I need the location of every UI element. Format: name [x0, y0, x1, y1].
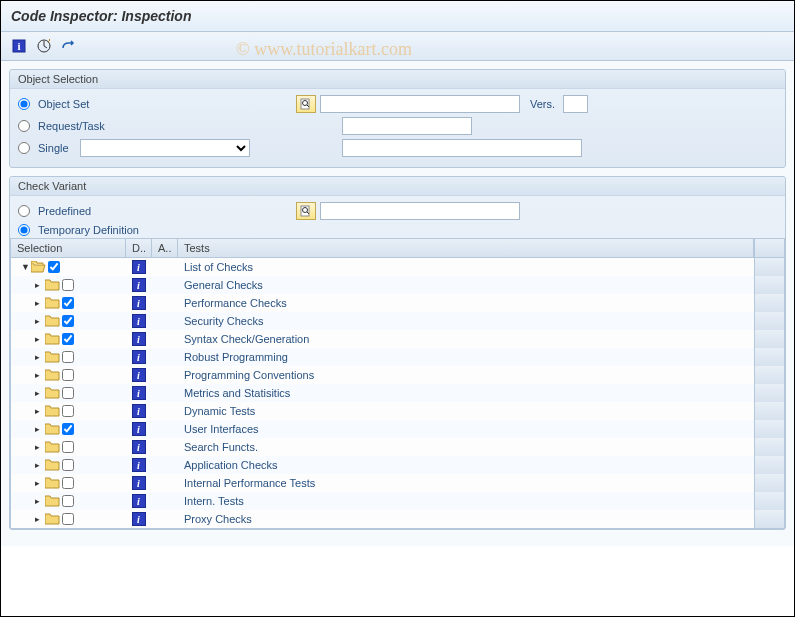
tree-row-selection: ▸: [15, 297, 126, 309]
tree-row[interactable]: ▸iUser Interfaces: [11, 420, 784, 438]
info-icon[interactable]: i: [132, 404, 146, 418]
row-checkbox[interactable]: [62, 333, 74, 345]
info-icon[interactable]: i: [132, 332, 146, 346]
row-checkbox[interactable]: [62, 495, 74, 507]
expand-arrow-icon[interactable]: ▼: [21, 262, 29, 272]
row-end-cell: [754, 420, 784, 438]
tree-row[interactable]: ▸iProxy Checks: [11, 510, 784, 528]
row-info-cell: i: [126, 404, 152, 418]
row-label: Search Functs.: [178, 441, 754, 453]
row-info-cell: i: [126, 476, 152, 490]
info-icon[interactable]: i: [132, 368, 146, 382]
folder-icon: [45, 369, 60, 381]
tree-row[interactable]: ▸iIntern. Tests: [11, 492, 784, 510]
info-icon[interactable]: i: [132, 296, 146, 310]
expand-arrow-icon[interactable]: ▸: [35, 406, 43, 416]
predefined-radio[interactable]: [18, 205, 30, 217]
object-set-input[interactable]: [320, 95, 520, 113]
expand-arrow-icon[interactable]: ▸: [35, 280, 43, 290]
folder-icon: [45, 405, 60, 417]
single-type-combo[interactable]: [80, 139, 250, 157]
temporary-label: Temporary Definition: [38, 224, 139, 236]
tree-row[interactable]: ▸iPerformance Checks: [11, 294, 784, 312]
temporary-radio[interactable]: [18, 224, 30, 236]
single-input[interactable]: [342, 139, 582, 157]
single-radio[interactable]: [18, 142, 30, 154]
expand-arrow-icon[interactable]: ▸: [35, 352, 43, 362]
row-checkbox[interactable]: [62, 405, 74, 417]
row-checkbox[interactable]: [62, 387, 74, 399]
expand-arrow-icon[interactable]: ▸: [35, 478, 43, 488]
row-info-cell: i: [126, 368, 152, 382]
object-set-search-button[interactable]: [296, 95, 316, 113]
request-task-input[interactable]: [342, 117, 472, 135]
info-icon[interactable]: i: [132, 512, 146, 526]
vers-input[interactable]: [563, 95, 588, 113]
row-checkbox[interactable]: [62, 513, 74, 525]
tree-row[interactable]: ▸iDynamic Tests: [11, 402, 784, 420]
info-button[interactable]: i: [9, 36, 29, 56]
col-tests-header[interactable]: Tests: [178, 239, 754, 257]
tree-row[interactable]: ▸iSearch Functs.: [11, 438, 784, 456]
info-icon[interactable]: i: [132, 494, 146, 508]
window-title: Code Inspector: Inspection: [1, 1, 794, 32]
expand-arrow-icon[interactable]: ▸: [35, 298, 43, 308]
tree-row[interactable]: ▸iSecurity Checks: [11, 312, 784, 330]
row-checkbox[interactable]: [62, 423, 74, 435]
row-checkbox[interactable]: [62, 369, 74, 381]
info-icon[interactable]: i: [132, 278, 146, 292]
row-checkbox[interactable]: [48, 261, 60, 273]
expand-arrow-icon[interactable]: ▸: [35, 370, 43, 380]
object-set-radio[interactable]: [18, 98, 30, 110]
row-label: Application Checks: [178, 459, 754, 471]
row-end-cell: [754, 438, 784, 456]
tree-row[interactable]: ▸iMetrics and Statisitics: [11, 384, 784, 402]
tree-row[interactable]: ▸iGeneral Checks: [11, 276, 784, 294]
predefined-input[interactable]: [320, 202, 520, 220]
tree-row[interactable]: ▸iProgramming Conventions: [11, 366, 784, 384]
expand-arrow-icon[interactable]: ▸: [35, 424, 43, 434]
expand-arrow-icon[interactable]: ▸: [35, 316, 43, 326]
row-checkbox[interactable]: [62, 477, 74, 489]
info-icon[interactable]: i: [132, 260, 146, 274]
tree-row[interactable]: ▸iRobust Programming: [11, 348, 784, 366]
folder-icon: [45, 441, 60, 453]
row-checkbox[interactable]: [62, 297, 74, 309]
expand-arrow-icon[interactable]: ▸: [35, 496, 43, 506]
row-checkbox[interactable]: [62, 279, 74, 291]
row-end-cell: [754, 276, 784, 294]
predefined-search-button[interactable]: [296, 202, 316, 220]
expand-arrow-icon[interactable]: ▸: [35, 334, 43, 344]
info-icon[interactable]: i: [132, 350, 146, 364]
tree-row[interactable]: ▸iApplication Checks: [11, 456, 784, 474]
request-task-radio[interactable]: [18, 120, 30, 132]
info-icon[interactable]: i: [132, 440, 146, 454]
expand-arrow-icon[interactable]: ▸: [35, 388, 43, 398]
tree-row[interactable]: ▼iList of Checks: [11, 258, 784, 276]
tree-row-selection: ▸: [15, 333, 126, 345]
row-checkbox[interactable]: [62, 459, 74, 471]
col-selection-header[interactable]: Selection: [11, 239, 126, 257]
info-icon[interactable]: i: [132, 476, 146, 490]
back-button[interactable]: [59, 36, 79, 56]
info-icon[interactable]: i: [132, 314, 146, 328]
tree-row[interactable]: ▸iSyntax Check/Generation: [11, 330, 784, 348]
row-info-cell: i: [126, 332, 152, 346]
tree-row[interactable]: ▸iInternal Performance Tests: [11, 474, 784, 492]
col-a-header[interactable]: A..: [152, 239, 178, 257]
row-checkbox[interactable]: [62, 351, 74, 363]
row-checkbox[interactable]: [62, 315, 74, 327]
info-icon[interactable]: i: [132, 458, 146, 472]
execute-button[interactable]: [34, 36, 54, 56]
row-label: List of Checks: [178, 261, 754, 273]
expand-arrow-icon[interactable]: ▸: [35, 460, 43, 470]
row-label: User Interfaces: [178, 423, 754, 435]
info-icon[interactable]: i: [132, 386, 146, 400]
row-info-cell: i: [126, 458, 152, 472]
col-d-header[interactable]: D..: [126, 239, 152, 257]
expand-arrow-icon[interactable]: ▸: [35, 442, 43, 452]
expand-arrow-icon[interactable]: ▸: [35, 514, 43, 524]
row-checkbox[interactable]: [62, 441, 74, 453]
vers-label: Vers.: [530, 98, 555, 110]
info-icon[interactable]: i: [132, 422, 146, 436]
